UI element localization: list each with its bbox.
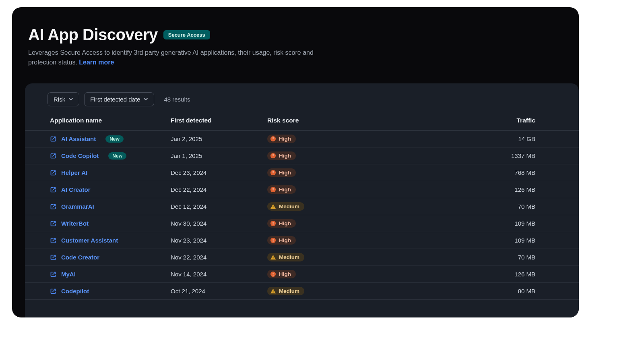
svg-rect-15 — [273, 222, 274, 224]
risk-label: High — [279, 153, 291, 159]
svg-rect-26 — [273, 292, 274, 293]
svg-rect-24 — [273, 275, 274, 276]
external-link-icon[interactable] — [50, 203, 56, 210]
traffic-cell: 126 MB — [391, 181, 579, 198]
app-name-link[interactable]: Code Creator — [61, 254, 99, 261]
risk-badge: Medium — [267, 202, 304, 211]
external-link-icon[interactable] — [50, 136, 56, 142]
new-badge: New — [108, 152, 126, 160]
traffic-cell: 80 MB — [391, 283, 579, 300]
risk-badge: High — [267, 185, 296, 194]
risk-badge: High — [267, 135, 296, 143]
first-detected-cell: Dec 12, 2024 — [166, 198, 262, 215]
svg-rect-7 — [273, 171, 274, 173]
table-row: Code CopilotNewJan 1, 2025High1337 MB — [25, 147, 579, 164]
risk-badge: Medium — [267, 287, 304, 295]
app-name-link[interactable]: WriterBot — [61, 220, 89, 227]
svg-rect-18 — [273, 239, 274, 241]
first-detected-cell: Oct 21, 2024 — [166, 283, 262, 300]
table-row: WriterBotNov 30, 2024High109 MB — [25, 215, 579, 232]
secure-access-badge: Secure Access — [163, 30, 210, 39]
first-detected-cell: Jan 2, 2025 — [166, 130, 262, 147]
learn-more-link[interactable]: Learn more — [79, 59, 114, 66]
first-detected-cell: Nov 22, 2024 — [166, 249, 262, 266]
traffic-cell: 109 MB — [391, 232, 579, 249]
traffic-cell: 1337 MB — [391, 147, 579, 164]
app-name-link[interactable]: Customer Assistant — [61, 237, 118, 244]
traffic-cell: 70 MB — [391, 249, 579, 266]
chevron-down-icon — [143, 96, 148, 103]
page-header: AI App Discovery Secure Access Leverages… — [12, 7, 579, 75]
external-link-icon[interactable] — [50, 153, 56, 159]
external-link-icon[interactable] — [50, 170, 56, 176]
col-header-name[interactable]: Application name — [25, 112, 166, 130]
page-title: AI App Discovery — [28, 26, 158, 44]
svg-rect-11 — [273, 191, 274, 191]
alert-circle-icon — [270, 271, 276, 277]
table-row: MyAINov 14, 2024High126 MB — [25, 266, 579, 283]
traffic-cell: 14 GB — [391, 130, 579, 147]
app-name-link[interactable]: MyAI — [61, 271, 76, 278]
svg-rect-1 — [273, 137, 274, 139]
col-header-traffic[interactable]: Traffic — [391, 112, 579, 130]
svg-rect-16 — [273, 224, 274, 225]
traffic-cell: 70 MB — [391, 198, 579, 215]
risk-label: High — [279, 170, 291, 176]
external-link-icon[interactable] — [50, 220, 56, 227]
chevron-down-icon — [68, 96, 73, 103]
risk-label: Medium — [279, 288, 299, 294]
risk-label: High — [279, 271, 291, 277]
external-link-icon[interactable] — [50, 237, 56, 244]
app-name-link[interactable]: Helper AI — [61, 169, 87, 176]
risk-badge: High — [267, 236, 296, 245]
traffic-cell: 126 MB — [391, 266, 579, 283]
svg-rect-13 — [273, 207, 274, 208]
svg-rect-19 — [273, 241, 274, 242]
table-row: Helper AIDec 23, 2024High768 MB — [25, 164, 579, 181]
traffic-cell: 768 MB — [391, 164, 579, 181]
alert-circle-icon — [270, 153, 276, 159]
app-name-link[interactable]: GrammarAI — [61, 203, 94, 210]
svg-rect-12 — [273, 205, 274, 207]
results-count: 48 results — [164, 96, 190, 103]
alert-circle-icon — [270, 187, 276, 193]
first-detected-cell: Nov 23, 2024 — [166, 232, 262, 249]
col-header-risk-score[interactable]: Risk score — [262, 112, 391, 130]
alert-circle-icon — [270, 220, 276, 226]
first-detected-cell: Nov 30, 2024 — [166, 215, 262, 232]
filter-risk-dropdown[interactable]: Risk — [47, 92, 79, 106]
external-link-icon[interactable] — [50, 288, 56, 295]
toolbar: Risk First detected date 48 results — [25, 92, 579, 106]
risk-label: Medium — [279, 254, 299, 260]
svg-rect-23 — [273, 272, 274, 274]
alert-circle-icon — [270, 237, 276, 243]
col-header-first-detected[interactable]: First detected — [166, 112, 262, 130]
traffic-cell: 109 MB — [391, 215, 579, 232]
risk-badge: High — [267, 219, 296, 228]
table-row: AI CreatorDec 22, 2024High126 MB — [25, 181, 579, 198]
svg-rect-4 — [273, 154, 274, 156]
external-link-icon[interactable] — [50, 187, 56, 193]
filter-risk-label: Risk — [54, 96, 65, 103]
table-row: CodepilotOct 21, 2024Medium80 MB — [25, 283, 579, 300]
risk-badge: High — [267, 270, 296, 278]
external-link-icon[interactable] — [50, 254, 56, 261]
svg-rect-20 — [273, 256, 274, 258]
new-badge: New — [105, 135, 124, 143]
app-name-link[interactable]: AI Creator — [61, 186, 91, 193]
alert-circle-icon — [270, 170, 276, 176]
first-detected-cell: Nov 14, 2024 — [166, 266, 262, 283]
svg-rect-5 — [273, 157, 274, 158]
table-row: AI AssistantNewJan 2, 2025High14 GB — [25, 130, 579, 147]
filter-date-dropdown[interactable]: First detected date — [84, 92, 154, 106]
app-name-link[interactable]: Code Copilot — [61, 152, 99, 159]
alert-triangle-icon — [270, 288, 276, 294]
app-name-link[interactable]: Codepilot — [61, 288, 89, 295]
subtitle-text: Leverages Secure Access to identify 3rd … — [28, 49, 314, 66]
risk-label: High — [279, 237, 291, 243]
external-link-icon[interactable] — [50, 271, 56, 278]
filter-date-label: First detected date — [90, 96, 140, 103]
app-name-link[interactable]: AI Assistant — [61, 135, 96, 142]
risk-label: High — [279, 187, 291, 193]
svg-rect-8 — [273, 174, 274, 174]
